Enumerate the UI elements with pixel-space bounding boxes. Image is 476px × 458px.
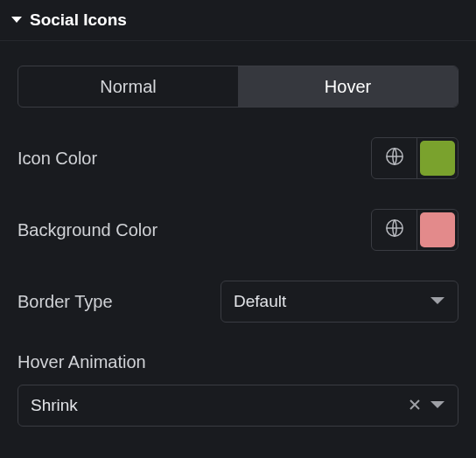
hover-animation-block: Hover Animation Shrink [18,352,458,427]
icon-color-row: Icon Color [18,137,458,179]
state-tabs: Normal Hover [18,66,458,108]
border-type-row: Border Type Default [18,281,458,323]
chevron-down-icon [430,296,445,307]
caret-down-icon [10,16,23,24]
background-color-control [371,209,458,251]
tab-hover[interactable]: Hover [238,66,458,107]
background-color-globe-button[interactable] [372,210,417,250]
hover-animation-right-icons [409,396,445,415]
hover-animation-label: Hover Animation [18,352,458,372]
hover-animation-value: Shrink [31,396,78,415]
background-color-row: Background Color [18,209,458,251]
background-color-swatch-wrap [417,210,458,250]
globe-icon [385,219,404,241]
globe-icon [385,147,404,170]
icon-color-label: Icon Color [18,149,97,169]
border-type-label: Border Type [18,292,113,312]
clear-icon[interactable] [409,396,421,415]
background-color-swatch[interactable] [420,212,455,247]
section-title: Social Icons [30,10,127,30]
icon-color-globe-button[interactable] [372,138,417,178]
icon-color-control [371,137,458,179]
section-header[interactable]: Social Icons [0,0,476,41]
icon-color-swatch[interactable] [420,141,455,176]
tab-normal[interactable]: Normal [18,66,238,107]
icon-color-swatch-wrap [417,138,458,178]
background-color-label: Background Color [18,220,158,240]
panel-body: Normal Hover Icon Color Background [0,41,476,435]
border-type-value: Default [234,292,286,311]
chevron-down-icon [430,396,445,415]
hover-animation-select[interactable]: Shrink [18,385,458,427]
border-type-select[interactable]: Default [220,281,458,323]
